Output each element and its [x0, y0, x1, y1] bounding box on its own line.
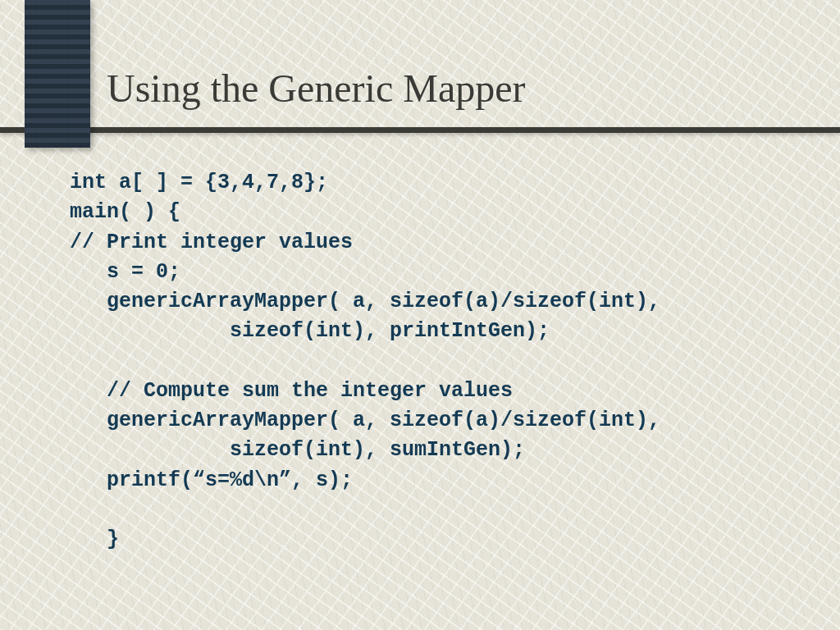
code-line: // Print integer values [70, 231, 353, 254]
code-line: sizeof(int), printIntGen); [70, 319, 550, 343]
code-line: } [70, 527, 119, 551]
code-line: int a[ ] = {3,4,7,8}; [70, 171, 328, 194]
decorative-corner-block [25, 0, 90, 148]
code-block: int a[ ] = {3,4,7,8}; main( ) { // Print… [70, 168, 791, 555]
code-line: sizeof(int), sumIntGen); [70, 438, 525, 462]
code-line: // Compute sum the integer values [70, 379, 513, 403]
code-line: genericArrayMapper( a, sizeof(a)/sizeof(… [70, 290, 660, 313]
horizontal-rule [0, 127, 840, 133]
code-line: genericArrayMapper( a, sizeof(a)/sizeof(… [70, 409, 660, 432]
code-line: printf(“s=%d\n”, s); [70, 468, 353, 492]
code-line: s = 0; [70, 260, 180, 284]
code-line: main( ) { [70, 200, 180, 224]
slide-title: Using the Generic Mapper [107, 66, 526, 111]
